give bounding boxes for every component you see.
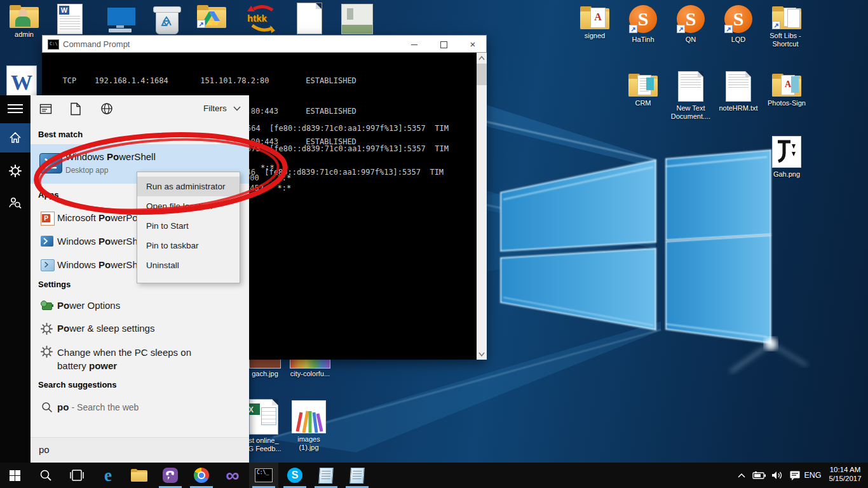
taskbar-viber-button[interactable] xyxy=(156,463,185,488)
menu-hamburger-button[interactable] xyxy=(8,103,23,114)
scrollbar-thumb[interactable] xyxy=(477,64,487,85)
desktop-icon-label: admin xyxy=(6,30,42,39)
text-file-icon xyxy=(678,71,703,102)
visual-studio-icon: ∞ xyxy=(226,468,239,483)
desktop-icon-notehrm[interactable]: noteHRM.txt xyxy=(715,71,761,112)
desktop-icon-images-1[interactable]: images (1).jpg xyxy=(290,400,328,452)
cmd-title-bar[interactable]: C:\ Command Prompt × xyxy=(42,35,487,53)
taskbar-command-prompt-button[interactable]: C:\_ xyxy=(249,463,278,488)
taskbar-notepad-button[interactable] xyxy=(342,463,372,488)
minimize-button[interactable] xyxy=(400,36,429,53)
blank-document-icon xyxy=(297,3,322,34)
powershell-ise-icon xyxy=(41,259,55,271)
taskbar-visual-studio-button[interactable]: ∞ xyxy=(218,463,247,488)
excel-file-icon: X xyxy=(249,399,278,435)
gear-icon xyxy=(41,323,53,335)
window-title: Command Prompt xyxy=(63,36,130,53)
search-input-value: po xyxy=(39,444,50,455)
rail-settings-button[interactable] xyxy=(0,159,31,184)
htkk-icon: htkk xyxy=(245,4,280,34)
action-center-icon xyxy=(789,470,801,481)
desktop-icon-crm[interactable]: CRM xyxy=(623,74,663,107)
cmd-scrollbar[interactable] xyxy=(477,53,487,360)
viber-icon xyxy=(163,468,178,483)
desktop-icon-admin[interactable]: admin xyxy=(6,5,42,39)
desktop-icon-excel-feedback[interactable]: X st online_ IG Feedb... xyxy=(244,399,283,453)
console-line-fragment: 573 [fe80::d839:71c0:aa1:997f%13]:5357 T… xyxy=(247,144,449,154)
section-header-best-match: Best match xyxy=(38,130,83,139)
desktop-icon-signed[interactable]: A signed xyxy=(575,6,614,40)
desktop-icon-label: noteHRM.txt xyxy=(715,104,761,112)
task-view-button[interactable] xyxy=(62,463,92,488)
scroll-up-icon[interactable] xyxy=(478,56,485,60)
start-search-input[interactable]: po xyxy=(31,437,249,463)
s-logo-icon: S xyxy=(724,5,752,33)
desktop-icon-label: New Text Document.... xyxy=(667,104,714,121)
desktop-icon-label: images (1).jpg xyxy=(290,435,328,452)
taskbar-skype-button[interactable]: S xyxy=(280,463,309,488)
battery-charging-icon xyxy=(752,471,766,480)
context-menu-item-uninstall[interactable]: Uninstall xyxy=(137,255,240,275)
context-menu-item-pin-to-taskbar[interactable]: Pin to taskbar xyxy=(137,236,240,255)
desktop-icon-lqd[interactable]: S LQD xyxy=(718,5,759,44)
desktop-icon-gah-png[interactable]: Gah.png xyxy=(769,136,804,179)
home-icon xyxy=(9,132,22,144)
desktop-icon-hatinh[interactable]: S HaTinh xyxy=(623,5,663,44)
desktop-icon-word-w[interactable]: W xyxy=(6,65,37,97)
suggestion-item-po[interactable]: po - Search the web xyxy=(31,396,249,418)
settings-item-power-sleep[interactable]: Power & sleep settings xyxy=(31,318,249,341)
computer-icon xyxy=(104,6,137,33)
desktop-icon-label: city-colorfu... xyxy=(287,370,333,378)
desktop-icon-label: LQD xyxy=(718,36,759,44)
file-explorer-icon xyxy=(131,469,147,482)
desktop-icon-this-pc[interactable] xyxy=(104,6,137,33)
desktop-icon-htkk[interactable]: htkk xyxy=(245,4,280,34)
tray-show-hidden-icons[interactable] xyxy=(732,463,751,488)
settings-item-pc-sleep-battery[interactable]: Change when the PC sleeps on battery pow… xyxy=(31,341,249,374)
start-button[interactable] xyxy=(0,463,29,488)
desktop-icon-label: QN xyxy=(670,36,711,44)
desktop-icon-google-drive[interactable] xyxy=(197,5,226,28)
settings-item-power-options[interactable]: Power Options xyxy=(31,295,249,318)
taskbar-search-button[interactable] xyxy=(31,463,60,488)
desktop-icon-word-document[interactable]: W xyxy=(57,4,83,34)
context-menu-item-pin-to-start[interactable]: Pin to Start xyxy=(137,216,240,236)
desktop-icon-new-text-document[interactable]: New Text Document.... xyxy=(667,71,714,121)
filters-label: Filters xyxy=(203,104,227,113)
taskbar-chrome-button[interactable] xyxy=(187,463,216,488)
taskbar-file-explorer-button[interactable] xyxy=(125,463,154,488)
console-line-fragment: 2452 *:* xyxy=(245,183,291,193)
pdf-folder-icon: A xyxy=(580,6,609,29)
context-menu-item-open-file-location[interactable]: Open file location xyxy=(137,196,240,216)
crm-folder-icon xyxy=(628,74,658,97)
desktop-icon-photos-sign[interactable]: A Photos-Sign xyxy=(764,74,809,107)
scroll-down-icon[interactable] xyxy=(478,352,485,356)
powershell-icon xyxy=(41,236,53,247)
desktop: admin W xyxy=(0,0,868,488)
filter-web-button[interactable] xyxy=(100,102,113,118)
desktop-icon-label: HaTinh xyxy=(623,36,663,44)
desktop-icon-soft-libs[interactable]: Soft Libs - Shortcut xyxy=(764,6,809,48)
rail-people-search-button[interactable] xyxy=(0,191,31,216)
speaker-icon xyxy=(771,470,783,480)
desktop-icon-document[interactable] xyxy=(297,3,322,34)
filter-documents-button[interactable] xyxy=(70,102,81,118)
close-button[interactable]: × xyxy=(458,36,487,53)
taskbar-edge-button[interactable]: e xyxy=(93,463,123,488)
tray-clock[interactable]: 10:14 AM 5/15/2017 xyxy=(825,463,865,488)
context-menu-item-run-as-administrator[interactable]: Run as administrator xyxy=(137,177,240,196)
maximize-button[interactable] xyxy=(429,36,458,53)
pdf-folder-icon: A xyxy=(772,74,801,97)
desktop-icon-photo[interactable] xyxy=(341,4,373,34)
tray-volume[interactable] xyxy=(768,463,787,488)
rail-home-button[interactable] xyxy=(0,123,31,152)
taskbar-notepad-button[interactable] xyxy=(311,463,341,488)
filter-apps-button[interactable] xyxy=(39,103,52,118)
tray-language[interactable]: ENG xyxy=(802,463,824,488)
tray-battery[interactable] xyxy=(750,463,769,488)
filters-dropdown[interactable]: Filters xyxy=(203,104,241,113)
edge-icon: e xyxy=(104,467,112,484)
desktop-icon-recycle-bin[interactable] xyxy=(151,4,182,34)
console-line-fragment: 564 [fe80::d839:71c0:aa1:997f%13]:5357 T… xyxy=(247,123,449,133)
desktop-icon-qn[interactable]: S QN xyxy=(670,5,711,44)
